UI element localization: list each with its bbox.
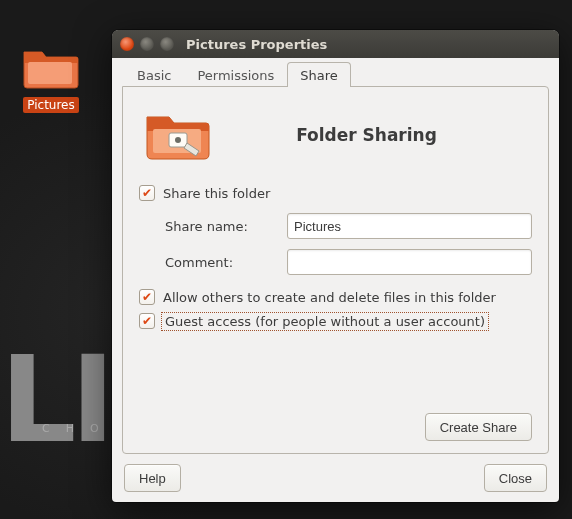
svg-rect-0 [28,62,72,84]
tab-permissions[interactable]: Permissions [184,62,287,87]
tab-share[interactable]: Share [287,62,351,87]
properties-window: Pictures Properties Basic Permissions Sh… [112,30,559,502]
wallpaper-subtext: CHO [42,422,115,435]
share-name-input[interactable] [287,213,532,239]
share-header: Folder Sharing [241,125,522,145]
folder-icon [22,44,80,90]
window-maximize-button[interactable] [160,37,174,51]
tab-basic[interactable]: Basic [124,62,184,87]
create-share-button[interactable]: Create Share [425,413,532,441]
tab-strip: Basic Permissions Share [122,62,549,87]
share-panel: Folder Sharing Share this folder Share n… [122,86,549,454]
close-button[interactable]: Close [484,464,547,492]
window-minimize-button[interactable] [140,37,154,51]
label-share-name: Share name: [165,219,275,234]
help-button[interactable]: Help [124,464,181,492]
label-share-this-folder: Share this folder [163,186,270,201]
label-comment: Comment: [165,255,275,270]
desktop-folder-pictures[interactable]: Pictures [16,44,86,113]
comment-input[interactable] [287,249,532,275]
checkbox-share-this-folder[interactable] [139,185,155,201]
svg-point-3 [175,137,181,143]
label-guest-access: Guest access (for people without a user … [163,314,487,329]
desktop-folder-label: Pictures [23,97,79,113]
titlebar[interactable]: Pictures Properties [112,30,559,58]
checkbox-allow-others[interactable] [139,289,155,305]
folder-share-icon [143,107,213,163]
window-title: Pictures Properties [186,37,327,52]
wallpaper-text: LI [0,330,109,469]
window-close-button[interactable] [120,37,134,51]
checkbox-guest-access[interactable] [139,313,155,329]
label-allow-others: Allow others to create and delete files … [163,290,496,305]
